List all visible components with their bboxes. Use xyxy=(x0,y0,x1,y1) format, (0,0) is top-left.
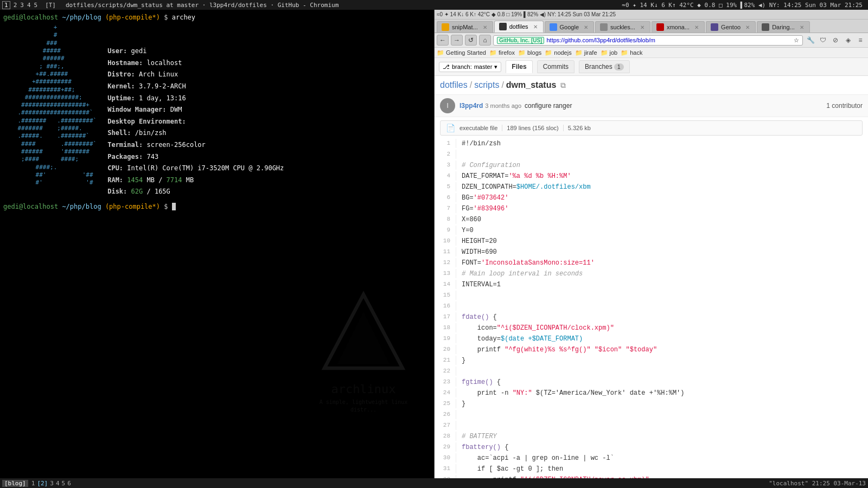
home-button[interactable]: ⌂ xyxy=(479,35,491,46)
gh-tab-branches[interactable]: Branches 1 xyxy=(579,60,630,73)
url-text: https://github.com/l3pp4rd/dotfiles/blob… xyxy=(546,37,655,43)
github-breadcrumb: dotfiles / scripts / dwm_status ⧉ xyxy=(435,76,868,95)
breadcrumb-dotfiles[interactable]: dotfiles xyxy=(440,80,468,90)
tab-google[interactable]: Google ✕ xyxy=(545,21,594,33)
bookmark-hack[interactable]: 📁 hack xyxy=(621,49,642,56)
tab-close-dotfiles[interactable]: ✕ xyxy=(533,24,538,30)
bookmark-firefox[interactable]: 📁 firefox xyxy=(489,49,515,56)
commit-author[interactable]: l3pp4rd xyxy=(459,102,483,110)
extension-icon-3[interactable]: ⊘ xyxy=(830,35,841,46)
tab-close-daring[interactable]: ✕ xyxy=(800,24,804,30)
line-content: } xyxy=(456,356,868,365)
line-content: #!/bin/zsh xyxy=(456,139,868,149)
bookmark-job[interactable]: 📁 job xyxy=(601,49,618,56)
line-content: BG='#073642' xyxy=(456,193,868,203)
window-title: dotfiles/scripts/dwm_status at master · … xyxy=(66,2,339,9)
workspace-3[interactable]: 3 xyxy=(20,2,24,9)
gh-tab-commits[interactable]: Commits xyxy=(537,60,575,73)
info-packages: Packages: 743 xyxy=(107,151,284,163)
line-number: 11 xyxy=(435,247,456,256)
breadcrumb-sep-2: / xyxy=(501,80,503,90)
statusbar-ws1[interactable]: 1 xyxy=(31,480,35,487)
contributor-count: 1 contributor xyxy=(826,102,863,110)
line-number: 2 xyxy=(435,150,456,159)
tab-favicon-daring xyxy=(762,23,769,31)
line-content: DZEN_ICONPATH=$HOME/.dotfiles/xbm xyxy=(456,182,868,192)
code-line: 26 xyxy=(435,410,868,421)
workspace-2[interactable]: 2 xyxy=(14,2,17,9)
line-content: # BATTERY xyxy=(456,432,868,441)
rss-icon[interactable]: ◈ xyxy=(843,35,853,46)
tab-suckless[interactable]: suckles... ✕ xyxy=(595,21,650,33)
workspace-4[interactable]: 4 xyxy=(27,2,31,9)
info-disk: Disk: 62G / 165G xyxy=(107,186,284,198)
breadcrumb-scripts[interactable]: scripts xyxy=(474,80,499,90)
github-file-info: 📄 executable file 189 lines (156 sloc) 5… xyxy=(440,120,863,136)
line-number: 14 xyxy=(435,280,456,289)
line-number: 10 xyxy=(435,236,456,246)
branch-selector[interactable]: ⎇ branch: master ▾ xyxy=(439,62,501,72)
copy-path-icon[interactable]: ⧉ xyxy=(560,81,566,90)
bookmark-label: jirafe xyxy=(584,49,597,56)
tab-snipmate[interactable]: snipMat... ✕ xyxy=(437,21,493,33)
tab-close-gentoo[interactable]: ✕ xyxy=(745,24,750,30)
line-number: 24 xyxy=(435,388,456,397)
tab-gentoo[interactable]: Gentoo ✕ xyxy=(706,21,756,33)
bookmark-blogs[interactable]: 📁 blogs xyxy=(518,49,541,56)
line-content: HEIGHT=20 xyxy=(456,236,868,246)
tab-close-xmonad[interactable]: ✕ xyxy=(694,24,699,30)
settings-icon[interactable]: ≡ xyxy=(855,35,866,46)
folder-icon: 📁 xyxy=(437,49,444,56)
tab-favicon-google xyxy=(550,23,557,31)
code-line: 8X=860 xyxy=(435,215,868,226)
workspace-5[interactable]: 5 xyxy=(34,2,38,9)
forward-button[interactable]: → xyxy=(451,35,463,46)
extension-icon-2[interactable]: 🛡 xyxy=(818,35,828,46)
code-line: 27 xyxy=(435,421,868,432)
bookmark-nodejs[interactable]: 📁 nodejs xyxy=(545,49,571,56)
terminal-panel[interactable]: gedi@localhost ~/php/blog (php-compile*)… xyxy=(0,10,434,478)
line-number: 23 xyxy=(435,377,456,387)
line-content: if [ $ac -gt 0 ]; then xyxy=(456,464,868,474)
gh-tab-files[interactable]: Files xyxy=(506,60,532,73)
tab-close-suckless[interactable]: ✕ xyxy=(640,24,644,30)
line-content: FG='#839496' xyxy=(456,204,868,214)
info-cpu: CPU: Intel(R) Core(TM) i7-3520M CPU @ 2.… xyxy=(107,163,284,175)
back-button[interactable]: ← xyxy=(437,35,449,46)
code-view[interactable]: 1#!/bin/zsh23# Configuration4DATE_FORMAT… xyxy=(435,139,868,478)
info-distro: Distro: Arch Linux xyxy=(107,69,284,81)
statusbar-ws4[interactable]: 4 xyxy=(56,480,60,487)
github-branch-bar: ⎇ branch: master ▾ Files Commits Branche… xyxy=(435,58,868,76)
tab-dotfiles[interactable]: dotfiles ✕ xyxy=(494,21,544,33)
info-kernel: Kernel: 3.7.9-2-ARCH xyxy=(107,81,284,93)
workspace-1[interactable]: 1 xyxy=(2,1,10,9)
tab-close-snipmate[interactable]: ✕ xyxy=(483,24,487,30)
bookmark-jirafe[interactable]: 📁 jirafe xyxy=(575,49,597,56)
bookmark-getting-started[interactable]: 📁 Getting Started xyxy=(437,49,486,56)
info-shell: Shell: /bin/zsh xyxy=(107,127,284,139)
line-number: 29 xyxy=(435,442,456,452)
code-line: 14INTERVAL=1 xyxy=(435,280,868,291)
tab-label-gentoo: Gentoo xyxy=(721,24,741,30)
statusbar-ws6[interactable]: 6 xyxy=(67,480,71,487)
line-number: 18 xyxy=(435,323,456,332)
extension-icon-1[interactable]: 🔧 xyxy=(805,35,816,46)
bookmark-star[interactable]: ☆ xyxy=(794,37,799,44)
ssl-badge: GitHub, Inc. [US] xyxy=(497,37,544,44)
statusbar-ws3[interactable]: 3 xyxy=(50,480,54,487)
tab-xmonad[interactable]: xmona... ✕ xyxy=(652,21,705,33)
terminal-prompt-2: gedi@localhost ~/php/blog (php-compile*)… xyxy=(3,202,431,211)
reload-button[interactable]: ↺ xyxy=(465,35,477,46)
line-number: 5 xyxy=(435,182,456,191)
info-user: User: gedi xyxy=(107,46,284,57)
statusbar-ws2[interactable]: [2] xyxy=(37,480,48,487)
code-line: 16 xyxy=(435,301,868,312)
file-type-icon: 📄 xyxy=(446,124,455,132)
tab-close-google[interactable]: ✕ xyxy=(584,24,588,30)
address-bar[interactable]: GitHub, Inc. [US] https://github.com/l3p… xyxy=(493,35,803,46)
browser-nav-bar: ← → ↺ ⌂ GitHub, Inc. [US] https://github… xyxy=(435,33,868,48)
line-content: } xyxy=(456,399,868,409)
statusbar-ws5[interactable]: 5 xyxy=(62,480,66,487)
line-content: fbattery() { xyxy=(456,442,868,452)
tab-daring[interactable]: Daring... ✕ xyxy=(757,21,810,33)
